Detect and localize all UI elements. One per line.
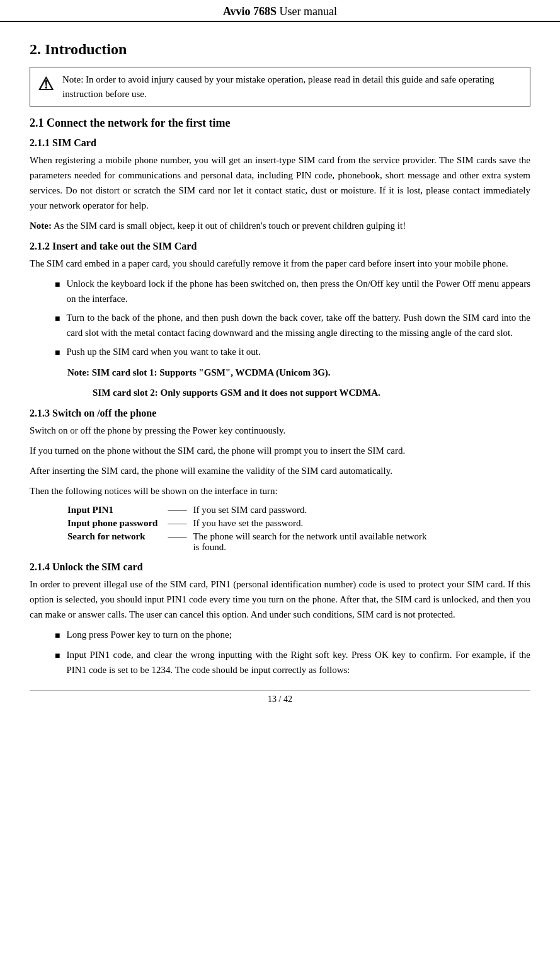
table-dash-phone-pw: ——	[168, 517, 193, 530]
s2-1-1-note-text: As the SIM card is small object, keep it…	[52, 221, 406, 231]
table-dash-search: ——	[168, 530, 193, 554]
section2-heading: 2. Introduction	[30, 41, 530, 58]
page-content: 2. Introduction ⚠ Note: In order to avoi…	[0, 22, 560, 721]
s2-1-4-list: ■ Long press Power key to turn on the ph…	[55, 627, 530, 677]
s2-1-3-body3: After inserting the SIM card, the phone …	[30, 463, 530, 478]
s2-1-2-note2: SIM card slot 2: Only supports GSM and i…	[93, 385, 530, 400]
table-label-search: Search for network	[67, 530, 168, 554]
list-item: ■ Input PIN1 code, and clear the wrong i…	[55, 647, 530, 677]
s2-1-4-heading: 2.1.4 Unlock the SIM card	[30, 561, 530, 573]
s2-1-3-body1: Switch on or off the phone by pressing t…	[30, 423, 530, 438]
list-item: ■ Push up the SIM card when you want to …	[55, 344, 530, 360]
list-item-text: Long press Power key to turn on the phon…	[66, 627, 231, 642]
bullet-icon: ■	[55, 312, 60, 326]
table-desc-phone-pw: If you have set the password.	[193, 517, 430, 530]
table-label-pin1: Input PIN1	[67, 504, 168, 517]
s2-1-1-body: When registering a mobile phone number, …	[30, 152, 530, 213]
page-footer: 13 / 42	[30, 690, 530, 708]
s2-1-2-note1: Note: SIM card slot 1: Supports "GSM", W…	[67, 365, 530, 380]
s2-1-1-heading: 2.1.1 SIM Card	[30, 137, 530, 149]
s2-1-3-body4: Then the following notices will be shown…	[30, 483, 530, 498]
s2-1-2-list: ■ Unlock the keyboard lock if the phone …	[55, 276, 530, 360]
s2-1-3-body2: If you turned on the phone without the S…	[30, 443, 530, 458]
note2-text: SIM card slot 2: Only supports GSM and i…	[93, 388, 380, 398]
table-dash-pin1: ——	[168, 504, 193, 517]
note1-text: SIM card slot 1: Supports "GSM", WCDMA (…	[89, 367, 331, 377]
warning-icon: ⚠	[38, 74, 54, 95]
bullet-icon: ■	[55, 278, 60, 292]
s2-1-2-heading: 2.1.2 Insert and take out the SIM Card	[30, 241, 530, 252]
header-title: Avvio 768S User manual	[223, 5, 337, 18]
s2-1-3-table: Input PIN1 —— If you set SIM card passwo…	[67, 504, 530, 554]
s2-1-1-note: Note: As the SIM card is small object, k…	[30, 218, 530, 233]
header-title-bold: Avvio 768S	[223, 5, 277, 18]
page-header: Avvio 768S User manual	[0, 0, 560, 22]
bullet-icon: ■	[55, 346, 60, 360]
table-row: Input PIN1 —— If you set SIM card passwo…	[67, 504, 431, 517]
list-item-text: Push up the SIM card when you want to ta…	[66, 344, 260, 359]
table-desc-search: The phone will search for the network un…	[193, 530, 430, 554]
s2-1-3-heading: 2.1.3 Switch on /off the phone	[30, 408, 530, 419]
bullet-icon: ■	[55, 629, 60, 643]
list-item-text: Unlock the keyboard lock if the phone ha…	[66, 276, 530, 306]
s2-1-4-body1: In order to prevent illegal use of the S…	[30, 577, 530, 622]
list-item-text: Turn to the back of the phone, and then …	[66, 310, 530, 340]
notices-table: Input PIN1 —— If you set SIM card passwo…	[67, 504, 431, 554]
table-label-phone-pw: Input phone password	[67, 517, 168, 530]
list-item: ■ Unlock the keyboard lock if the phone …	[55, 276, 530, 306]
header-title-suffix: User manual	[277, 5, 337, 18]
s2-1-heading: 2.1 Connect the network for the first ti…	[30, 117, 530, 130]
s2-1-1-note-label: Note:	[30, 221, 52, 231]
note-text: Note: In order to avoid injury caused by…	[62, 72, 522, 101]
list-item: ■ Turn to the back of the phone, and the…	[55, 310, 530, 340]
bullet-icon: ■	[55, 649, 60, 663]
table-desc-pin1: If you set SIM card password.	[193, 504, 430, 517]
table-row: Search for network —— The phone will sea…	[67, 530, 431, 554]
list-item: ■ Long press Power key to turn on the ph…	[55, 627, 530, 643]
s2-1-2-body: The SIM card embed in a paper card, you …	[30, 256, 530, 271]
table-row: Input phone password —— If you have set …	[67, 517, 431, 530]
list-item-text: Input PIN1 code, and clear the wrong inp…	[66, 647, 530, 677]
note-box: ⚠ Note: In order to avoid injury caused …	[30, 67, 530, 106]
page-number: 13 / 42	[268, 694, 292, 704]
note1-label: Note:	[67, 367, 89, 377]
